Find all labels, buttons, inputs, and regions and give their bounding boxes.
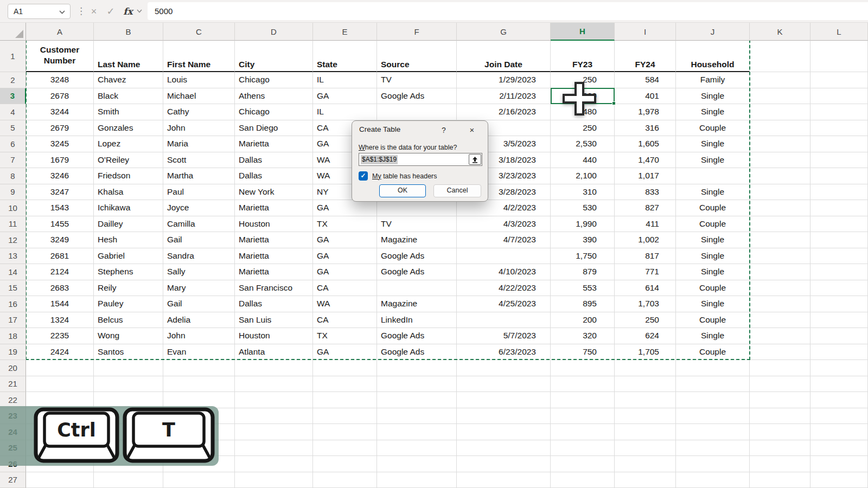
dialog-close-icon[interactable]: × bbox=[464, 124, 480, 136]
row-header-19[interactable]: 19 bbox=[0, 344, 26, 361]
cell-D9[interactable]: New York bbox=[235, 184, 313, 201]
cell-C15[interactable]: Mary bbox=[163, 280, 235, 297]
cell-J22[interactable] bbox=[676, 392, 750, 408]
cell-J6[interactable]: Single bbox=[676, 136, 750, 152]
cell-C1[interactable]: First Name bbox=[163, 41, 235, 72]
cell-K25[interactable] bbox=[750, 440, 810, 457]
cell-H1[interactable]: FY23 bbox=[551, 41, 615, 72]
cell-H10[interactable]: 530 bbox=[551, 200, 615, 216]
cell-H14[interactable]: 879 bbox=[551, 264, 615, 280]
cancel-entry-icon[interactable]: × bbox=[87, 3, 101, 20]
cell-J11[interactable]: Couple bbox=[676, 216, 750, 233]
cell-G22[interactable] bbox=[457, 392, 551, 408]
cell-E11[interactable]: TX bbox=[313, 216, 377, 233]
cell-E23[interactable] bbox=[313, 408, 377, 425]
cell-L26[interactable] bbox=[810, 456, 868, 472]
cell-J13[interactable]: Single bbox=[676, 248, 750, 265]
row-header-4[interactable]: 4 bbox=[0, 104, 26, 120]
cell-E18[interactable]: TX bbox=[313, 328, 377, 344]
enter-entry-icon[interactable]: ✓ bbox=[104, 3, 118, 20]
cell-H15[interactable]: 553 bbox=[551, 280, 615, 297]
cell-L7[interactable] bbox=[810, 152, 868, 169]
cell-B20[interactable] bbox=[94, 360, 163, 376]
cell-B10[interactable]: Ichikawa bbox=[94, 200, 163, 216]
cell-E15[interactable]: CA bbox=[313, 280, 377, 297]
cell-K4[interactable] bbox=[750, 104, 810, 120]
cell-J1[interactable]: Household bbox=[676, 41, 750, 72]
cell-B8[interactable]: Friedson bbox=[94, 168, 163, 184]
formula-input[interactable]: 5000 bbox=[148, 2, 868, 20]
cell-J4[interactable]: Single bbox=[676, 104, 750, 120]
cell-K14[interactable] bbox=[750, 264, 810, 280]
cell-J20[interactable] bbox=[676, 360, 750, 376]
cell-A16[interactable]: 1544 bbox=[26, 296, 94, 312]
cell-I10[interactable]: 827 bbox=[615, 200, 676, 216]
cell-K18[interactable] bbox=[750, 328, 810, 344]
cell-D5[interactable]: San Diego bbox=[235, 120, 313, 137]
cell-E10[interactable]: GA bbox=[313, 200, 377, 216]
cell-G17[interactable] bbox=[457, 312, 551, 329]
cell-E24[interactable] bbox=[313, 424, 377, 440]
cell-H24[interactable] bbox=[551, 424, 615, 440]
cell-D8[interactable]: Dallas bbox=[235, 168, 313, 184]
cell-D3[interactable]: Athens bbox=[235, 88, 313, 105]
cell-C18[interactable]: John bbox=[163, 328, 235, 344]
cell-D20[interactable] bbox=[235, 360, 313, 376]
cell-J26[interactable] bbox=[676, 456, 750, 472]
cell-C21[interactable] bbox=[163, 376, 235, 393]
cell-I25[interactable] bbox=[615, 440, 676, 457]
cell-F24[interactable] bbox=[377, 424, 457, 440]
cell-F18[interactable]: Google Ads bbox=[377, 328, 457, 344]
row-header-1[interactable]: 1 bbox=[0, 41, 26, 72]
cell-I22[interactable] bbox=[615, 392, 676, 408]
cell-F12[interactable]: Magazine bbox=[377, 232, 457, 248]
cell-J16[interactable]: Single bbox=[676, 296, 750, 312]
cell-H11[interactable]: 1,990 bbox=[551, 216, 615, 233]
row-header-17[interactable]: 17 bbox=[0, 312, 26, 329]
cell-I16[interactable]: 1,703 bbox=[615, 296, 676, 312]
cell-G18[interactable]: 5/7/2023 bbox=[457, 328, 551, 344]
cell-B21[interactable] bbox=[94, 376, 163, 393]
cell-A15[interactable]: 2683 bbox=[26, 280, 94, 297]
cell-F20[interactable] bbox=[377, 360, 457, 376]
column-header-E[interactable]: E bbox=[313, 23, 377, 41]
cell-D7[interactable]: Dallas bbox=[235, 152, 313, 169]
cell-E17[interactable]: CA bbox=[313, 312, 377, 329]
cell-A27[interactable] bbox=[26, 472, 94, 488]
cell-A18[interactable]: 2235 bbox=[26, 328, 94, 344]
cell-B15[interactable]: Reily bbox=[94, 280, 163, 297]
cell-B11[interactable]: Dailley bbox=[94, 216, 163, 233]
cell-H25[interactable] bbox=[551, 440, 615, 457]
column-header-B[interactable]: B bbox=[94, 23, 163, 41]
cell-E16[interactable]: WA bbox=[313, 296, 377, 312]
cell-A8[interactable]: 3246 bbox=[26, 168, 94, 184]
cell-A5[interactable]: 2679 bbox=[26, 120, 94, 137]
cell-A11[interactable]: 1455 bbox=[26, 216, 94, 233]
cell-I24[interactable] bbox=[615, 424, 676, 440]
cell-D14[interactable]: Marietta bbox=[235, 264, 313, 280]
cell-A12[interactable]: 3249 bbox=[26, 232, 94, 248]
row-header-14[interactable]: 14 bbox=[0, 264, 26, 280]
cell-L22[interactable] bbox=[810, 392, 868, 408]
cell-B2[interactable]: Chavez bbox=[94, 72, 163, 88]
cell-G12[interactable]: 4/7/2023 bbox=[457, 232, 551, 248]
cell-L10[interactable] bbox=[810, 200, 868, 216]
cell-C9[interactable]: Paul bbox=[163, 184, 235, 201]
name-box[interactable]: A1 bbox=[8, 4, 71, 19]
row-header-3[interactable]: 3 bbox=[0, 88, 26, 105]
cell-F1[interactable]: Source bbox=[377, 41, 457, 72]
cell-K2[interactable] bbox=[750, 72, 810, 88]
cell-I15[interactable]: 614 bbox=[615, 280, 676, 297]
cell-L27[interactable] bbox=[810, 472, 868, 488]
cell-D16[interactable]: Dallas bbox=[235, 296, 313, 312]
cell-H5[interactable]: 250 bbox=[551, 120, 615, 137]
cell-L20[interactable] bbox=[810, 360, 868, 376]
cell-F22[interactable] bbox=[377, 392, 457, 408]
cell-C12[interactable]: Gail bbox=[163, 232, 235, 248]
cell-A9[interactable]: 3247 bbox=[26, 184, 94, 201]
cell-G20[interactable] bbox=[457, 360, 551, 376]
cell-B18[interactable]: Wong bbox=[94, 328, 163, 344]
cell-K23[interactable] bbox=[750, 408, 810, 425]
cell-G19[interactable]: 6/23/2023 bbox=[457, 344, 551, 361]
cell-A7[interactable]: 1679 bbox=[26, 152, 94, 169]
